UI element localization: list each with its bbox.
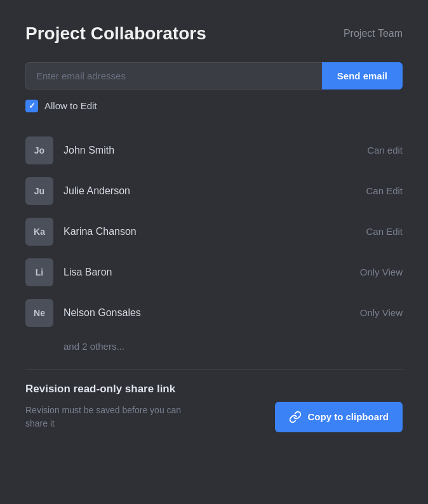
collaborators-list: JoJohn SmithCan editJuJulie AndersonCan … — [25, 130, 403, 333]
share-description: Revision must be saved before you can sh… — [25, 404, 191, 430]
email-input[interactable] — [25, 62, 322, 90]
avatar: Ju — [25, 177, 53, 205]
collaborator-name: Karina Chanson — [64, 226, 366, 237]
collaborator-role: Can Edit — [366, 226, 403, 237]
collaborator-role: Can edit — [367, 145, 403, 156]
checkbox-check-icon: ✓ — [29, 101, 36, 110]
collaborator-role: Only View — [360, 307, 403, 318]
collaborator-name: Julie Anderson — [64, 185, 366, 197]
allow-edit-label: Allow to Edit — [44, 100, 97, 111]
table-row: LiLisa BaronOnly View — [25, 252, 403, 293]
divider — [25, 369, 403, 370]
collaborator-role: Only View — [360, 267, 403, 277]
copy-to-clipboard-button[interactable]: Copy to clipboard — [275, 402, 403, 432]
collaborator-name: Nelson Gonsales — [64, 307, 360, 319]
collaborator-name: Lisa Baron — [64, 267, 360, 278]
share-title: Revision read-only share link — [25, 383, 403, 395]
project-team-link[interactable]: Project Team — [344, 28, 403, 39]
collaborator-name: John Smith — [64, 145, 367, 156]
copy-button-label: Copy to clipboard — [308, 411, 389, 422]
avatar: Jo — [25, 136, 53, 164]
avatar: Ka — [25, 218, 53, 246]
table-row: NeNelson GonsalesOnly View — [25, 293, 403, 333]
avatar: Li — [25, 258, 53, 286]
page-title: Project Collaborators — [25, 23, 206, 44]
others-text: and 2 others... — [25, 336, 403, 357]
panel: Project Collaborators Project Team Send … — [0, 0, 428, 504]
allow-edit-row: ✓ Allow to Edit — [25, 100, 403, 112]
table-row: JoJohn SmithCan edit — [25, 130, 403, 171]
copy-icon — [289, 411, 302, 423]
header: Project Collaborators Project Team — [25, 23, 403, 44]
share-footer: Revision must be saved before you can sh… — [25, 402, 403, 432]
email-row: Send email — [25, 62, 403, 90]
send-email-button[interactable]: Send email — [322, 62, 403, 90]
table-row: KaKarina ChansonCan Edit — [25, 211, 403, 252]
collaborator-role: Can Edit — [366, 185, 403, 196]
table-row: JuJulie AndersonCan Edit — [25, 171, 403, 211]
share-section: Revision read-only share link Revision m… — [25, 383, 403, 432]
allow-edit-checkbox[interactable]: ✓ — [25, 100, 38, 112]
avatar: Ne — [25, 299, 53, 327]
